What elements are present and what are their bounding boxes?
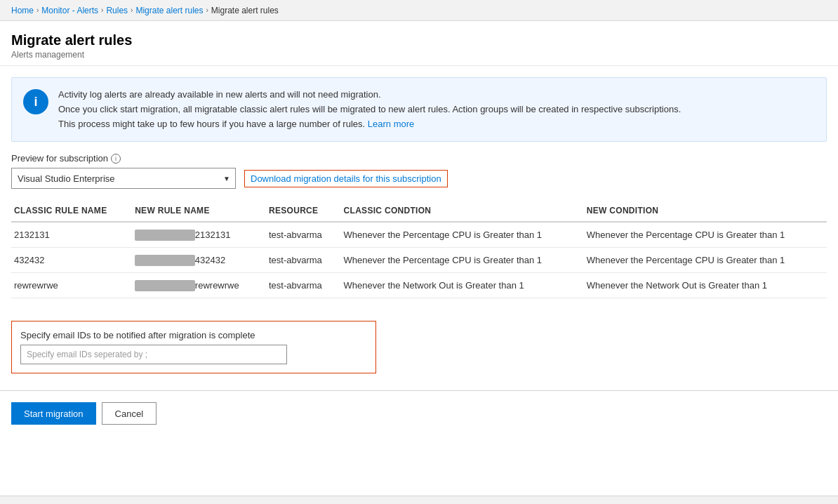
cell-classic-condition: Whenever the Network Out is Greater than… <box>341 273 584 298</box>
breadcrumb-sep-4: › <box>206 6 208 14</box>
divider <box>0 390 838 391</box>
cell-new-rule-name: migrated___432432 <box>132 248 266 273</box>
subscription-select[interactable]: Visual Studio Enterprise <box>11 168 236 189</box>
email-input[interactable] <box>20 345 287 364</box>
page-title: Migrate alert rules <box>11 32 827 48</box>
cell-classic-rule-name: 432432 <box>11 248 132 273</box>
col-resource: RESOURCE <box>266 200 341 222</box>
breadcrumb-migrate-alert-rules[interactable]: Migrate alert rules <box>135 6 203 15</box>
cell-new-rule-name: migrated___2132131 <box>132 222 266 248</box>
cell-resource: test-abvarma <box>266 248 341 273</box>
info-line3: This process might take up to few hours … <box>58 119 365 129</box>
subscription-select-wrapper: Visual Studio Enterprise ▼ <box>11 168 236 189</box>
top-bar: Home › Monitor - Alerts › Rules › Migrat… <box>0 0 838 21</box>
breadcrumb-sep-3: › <box>131 6 133 14</box>
rules-table: CLASSIC RULE NAME NEW RULE NAME RESOURCE… <box>11 200 827 298</box>
cell-resource: test-abvarma <box>266 273 341 298</box>
table-header-row: CLASSIC RULE NAME NEW RULE NAME RESOURCE… <box>11 200 827 222</box>
download-migration-link[interactable]: Download migration details for this subs… <box>244 170 448 187</box>
info-icon: i <box>23 89 48 114</box>
info-text: Activity log alerts are already availabl… <box>58 88 681 131</box>
table-row: rewrewrwemigrated___rewrewrwetest-abvarm… <box>11 273 827 298</box>
breadcrumb-rules[interactable]: Rules <box>106 6 128 15</box>
breadcrumb-current: Migrate alert rules <box>211 6 279 15</box>
table-row: 2132131migrated___2132131test-abvarmaWhe… <box>11 222 827 248</box>
breadcrumb-sep-1: › <box>36 6 39 14</box>
cell-classic-rule-name: rewrewrwe <box>11 273 132 298</box>
bottom-scrollbar[interactable] <box>0 496 838 504</box>
breadcrumb-monitor-alerts[interactable]: Monitor - Alerts <box>41 6 98 15</box>
info-line2: Once you click start migration, all migr… <box>58 104 681 114</box>
cell-new-condition: Whenever the Network Out is Greater than… <box>584 273 827 298</box>
cell-new-condition: Whenever the Percentage CPU is Greater t… <box>584 222 827 248</box>
cell-new-rule-name: migrated___rewrewrwe <box>132 273 266 298</box>
breadcrumb-home[interactable]: Home <box>11 6 34 15</box>
col-classic-condition: CLASSIC CONDTION <box>341 200 584 222</box>
col-new-rule-name: NEW RULE NAME <box>132 200 266 222</box>
subscription-label: Preview for subscription i <box>11 153 827 164</box>
learn-more-link[interactable]: Learn more <box>368 119 414 129</box>
email-label: Specify email IDs to be notified after m… <box>20 330 367 340</box>
info-line1: Activity log alerts are already availabl… <box>58 89 381 100</box>
info-banner: i Activity log alerts are already availa… <box>11 77 827 142</box>
cell-classic-condition: Whenever the Percentage CPU is Greater t… <box>341 222 584 248</box>
action-buttons: Start migration Cancel <box>0 402 838 442</box>
table-row: 432432migrated___432432test-abvarmaWhene… <box>11 248 827 273</box>
breadcrumb-sep-2: › <box>101 6 103 14</box>
page-subtitle: Alerts management <box>11 50 827 60</box>
cancel-button[interactable]: Cancel <box>102 402 157 425</box>
col-new-condition: NEW CONDITION <box>584 200 827 222</box>
subscription-section: Preview for subscription i Visual Studio… <box>11 153 827 189</box>
cell-classic-condition: Whenever the Percentage CPU is Greater t… <box>341 248 584 273</box>
cell-new-condition: Whenever the Percentage CPU is Greater t… <box>584 248 827 273</box>
breadcrumb: Home › Monitor - Alerts › Rules › Migrat… <box>11 6 279 15</box>
subscription-info-icon[interactable]: i <box>111 154 121 164</box>
cell-classic-rule-name: 2132131 <box>11 222 132 248</box>
email-section: Specify email IDs to be notified after m… <box>11 321 376 373</box>
main-content: Preview for subscription i Visual Studio… <box>0 153 838 373</box>
subscription-row: Visual Studio Enterprise ▼ Download migr… <box>11 168 827 189</box>
page-header: Migrate alert rules Alerts management <box>0 21 838 66</box>
cell-resource: test-abvarma <box>266 222 341 248</box>
start-migration-button[interactable]: Start migration <box>11 402 96 425</box>
col-classic-rule-name: CLASSIC RULE NAME <box>11 200 132 222</box>
